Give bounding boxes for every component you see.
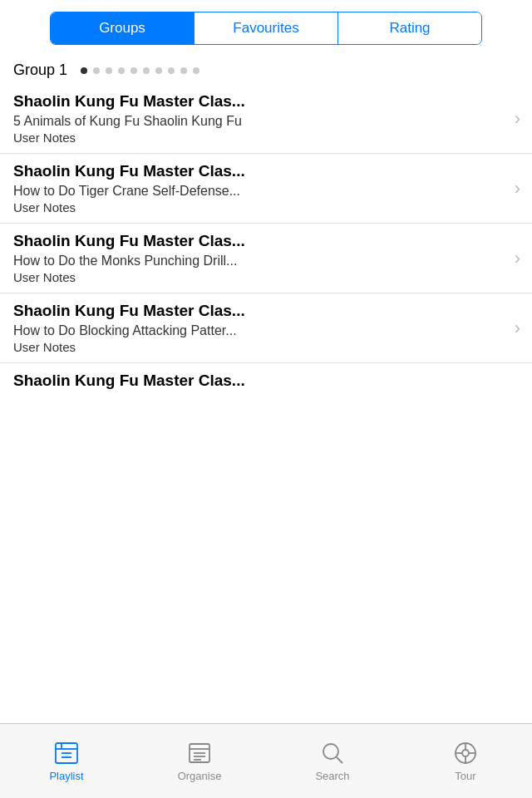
page-dots (81, 67, 200, 74)
tab-rating[interactable]: Rating (338, 12, 481, 44)
list-item[interactable]: Shaolin Kung Fu Master Clas... (0, 363, 532, 401)
dot-2 (93, 67, 100, 74)
item-title: Shaolin Kung Fu Master Clas... (13, 92, 519, 111)
item-list: Shaolin Kung Fu Master Clas... 5 Animals… (0, 84, 532, 401)
list-item[interactable]: Shaolin Kung Fu Master Clas... 5 Animals… (0, 84, 532, 154)
item-title: Shaolin Kung Fu Master Clas... (13, 232, 519, 250)
dot-3 (106, 67, 112, 74)
tab-organise[interactable]: Organise (133, 740, 266, 782)
dot-10 (193, 67, 200, 74)
item-title: Shaolin Kung Fu Master Clas... (13, 162, 519, 180)
tab-tour-label: Tour (455, 770, 475, 782)
tab-organise-label: Organise (178, 770, 222, 782)
item-subtitle: 5 Animals of Kung Fu Shaolin Kung Fu (13, 114, 519, 129)
item-notes: User Notes (13, 200, 519, 214)
tab-favourites[interactable]: Favourites (195, 12, 338, 44)
tab-playlist[interactable]: Playlist (0, 740, 133, 782)
svg-line-11 (337, 757, 342, 763)
tour-icon (452, 740, 479, 766)
search-icon (319, 740, 346, 766)
chevron-icon: › (515, 180, 520, 198)
dot-6 (143, 67, 150, 74)
chevron-icon: › (515, 110, 520, 128)
chevron-icon: › (515, 319, 520, 337)
item-title: Shaolin Kung Fu Master Clas... (13, 372, 519, 390)
svg-point-10 (323, 744, 338, 759)
item-title: Shaolin Kung Fu Master Clas... (13, 302, 519, 320)
item-notes: User Notes (13, 131, 519, 145)
svg-point-13 (462, 750, 469, 756)
tab-search-label: Search (315, 770, 349, 782)
dot-7 (155, 67, 162, 74)
item-subtitle: How to Do the Monks Punching Drill... (13, 254, 519, 268)
content-area: Groups Favourites Rating Group 1 Shaolin… (0, 0, 532, 723)
item-subtitle: How to Do Tiger Crane Self-Defense... (13, 184, 519, 199)
chevron-icon: › (515, 249, 520, 268)
segmented-control: Groups Favourites Rating (50, 12, 482, 45)
dot-1 (81, 67, 87, 74)
item-notes: User Notes (13, 270, 519, 284)
dot-9 (180, 67, 187, 74)
item-notes: User Notes (13, 340, 519, 354)
dot-5 (131, 67, 137, 74)
playlist-icon (53, 740, 80, 766)
list-item[interactable]: Shaolin Kung Fu Master Clas... How to Do… (0, 293, 532, 363)
organise-icon (186, 740, 213, 766)
tab-tour[interactable]: Tour (399, 740, 532, 782)
tab-search[interactable]: Search (266, 740, 399, 782)
tab-bar: Playlist Organise Search (0, 723, 532, 798)
group-title: Group 1 (13, 62, 67, 79)
item-subtitle: How to Do Blocking Attacking Patter... (13, 323, 519, 338)
tab-groups[interactable]: Groups (51, 12, 195, 44)
list-item[interactable]: Shaolin Kung Fu Master Clas... How to Do… (0, 154, 532, 224)
tab-playlist-label: Playlist (49, 770, 83, 782)
dot-8 (168, 67, 175, 74)
group-header: Group 1 (0, 53, 532, 84)
dot-4 (118, 67, 125, 74)
list-item[interactable]: Shaolin Kung Fu Master Clas... How to Do… (0, 224, 532, 293)
